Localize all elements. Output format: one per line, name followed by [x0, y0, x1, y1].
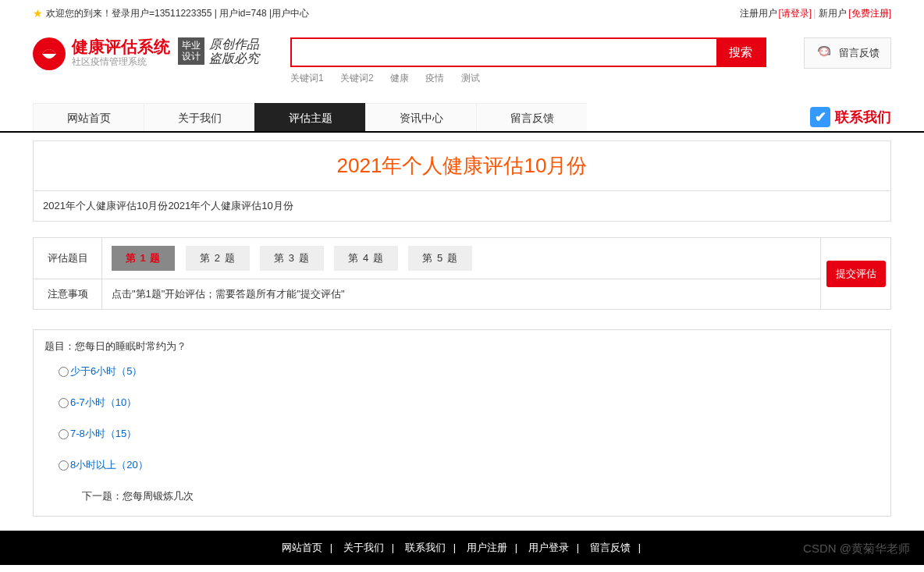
contact-us-link[interactable]: ✔ 联系我们 [810, 107, 891, 127]
search-box: 搜索 [290, 37, 766, 67]
login-link[interactable]: [请登录] [779, 2, 812, 25]
notice-label: 注意事项 [34, 279, 102, 310]
feedback-label: 留言反馈 [839, 46, 880, 60]
footer-link[interactable]: 留言反馈 [590, 542, 631, 553]
submit-cell: 提交评估 [821, 237, 891, 310]
footer-info: Copyright ©2021 基于SprintBoot疫情下社区健康评估系统 … [0, 565, 924, 572]
option-label[interactable]: 少于6小时（5） [70, 364, 142, 378]
qtabs-label: 评估题目 [34, 238, 102, 279]
keyword-link[interactable]: 疫情 [425, 73, 444, 83]
option-3[interactable]: 7-8小时（15） [59, 427, 880, 441]
footer-link[interactable]: 联系我们 [405, 542, 446, 553]
option-label[interactable]: 7-8小时（15） [70, 427, 137, 441]
footer-link[interactable]: 用户注册 [467, 542, 507, 553]
next-question: 下一题：您每周锻炼几次 [82, 489, 880, 503]
logo-block: 健康评估系统 社区疫情管理系统 毕业设计 原创作品盗版必究 [33, 37, 290, 70]
footer-link[interactable]: 关于我们 [343, 542, 384, 553]
option-radio[interactable] [59, 460, 69, 471]
qtab-4[interactable]: 第 4 题 [334, 246, 397, 271]
badge-script: 原创作品盗版必究 [209, 37, 259, 65]
option-radio[interactable] [59, 429, 69, 439]
main-nav: 网站首页 关于我们 评估主题 资讯中心 留言反馈 ✔ 联系我们 [33, 103, 891, 131]
topbar-left: ★ 欢迎您的到来！登录用户=13511223355 | 用户id=748 | 用… [33, 2, 309, 25]
reg-user-label: 注册用户 [740, 2, 777, 25]
question-tabs-table: 评估题目 第 1 题 第 2 题 第 3 题 第 4 题 第 5 题 注意事项 … [33, 237, 821, 310]
check-icon: ✔ [810, 107, 830, 127]
register-link[interactable]: [免费注册] [848, 2, 891, 25]
footer-nav: 网站首页| 关于我们| 联系我们| 用户注册| 用户登录| 留言反馈| [0, 531, 924, 565]
submit-button[interactable]: 提交评估 [826, 261, 886, 287]
svg-point-2 [821, 50, 823, 52]
divider: | [813, 2, 816, 25]
star-icon: ★ [33, 2, 43, 25]
logo-title: 健康评估系统 [72, 37, 170, 55]
logo-icon [33, 37, 66, 70]
qtab-3[interactable]: 第 3 题 [260, 246, 323, 271]
nav-feedback[interactable]: 留言反馈 [476, 103, 587, 131]
contact-label: 联系我们 [835, 108, 891, 126]
nav-news[interactable]: 资讯中心 [365, 103, 476, 131]
option-label[interactable]: 8小时以上（20） [70, 458, 148, 472]
feedback-button[interactable]: 留言反馈 [804, 37, 891, 69]
page-title: 2021年个人健康评估10月份 [34, 152, 890, 179]
option-label[interactable]: 6-7小时（10） [70, 396, 137, 410]
keyword-link[interactable]: 健康 [390, 73, 409, 83]
notice-text: 点击"第1题"开始评估；需要答题所有才能"提交评估" [102, 279, 821, 310]
option-radio[interactable] [59, 367, 69, 377]
qtab-1[interactable]: 第 1 题 [112, 246, 175, 271]
logo-subtitle: 社区疫情管理系统 [72, 55, 170, 69]
keyword-link[interactable]: 测试 [461, 73, 480, 83]
badge-graduation: 毕业设计 [178, 37, 204, 64]
option-1[interactable]: 少于6小时（5） [59, 364, 880, 378]
keywords-row: 关键词1 关键词2 健康 疫情 测试 [290, 72, 766, 85]
nav-assessment[interactable]: 评估主题 [254, 103, 365, 131]
option-4[interactable]: 8小时以上（20） [59, 458, 880, 472]
page-title-box: 2021年个人健康评估10月份 [33, 140, 891, 191]
headset-icon [816, 44, 833, 62]
welcome-text: 欢迎您的到来！登录用户=13511223355 | 用户id=748 | [46, 2, 272, 25]
new-user-label: 新用户 [819, 2, 847, 25]
search-input[interactable] [292, 39, 716, 66]
search-button[interactable]: 搜索 [716, 39, 765, 66]
footer-link[interactable]: 网站首页 [282, 542, 322, 553]
nav-home[interactable]: 网站首页 [33, 103, 144, 131]
topbar-right: 注册用户 [请登录] | 新用户 [免费注册] [738, 2, 891, 25]
qtab-5[interactable]: 第 5 题 [408, 246, 471, 271]
page-description: 2021年个人健康评估10月份2021年个人健康评估10月份 [33, 191, 891, 222]
option-radio[interactable] [59, 398, 69, 408]
svg-point-3 [826, 50, 827, 52]
keyword-link[interactable]: 关键词1 [290, 73, 324, 83]
option-2[interactable]: 6-7小时（10） [59, 396, 880, 410]
footer-link[interactable]: 用户登录 [528, 542, 569, 553]
nav-about[interactable]: 关于我们 [144, 103, 254, 131]
question-box: 题目：您每日的睡眠时常约为？ 少于6小时（5） 6-7小时（10） 7-8小时（… [33, 329, 891, 517]
question-title: 题目：您每日的睡眠时常约为？ [44, 339, 880, 354]
keyword-link[interactable]: 关键词2 [340, 73, 374, 83]
qtab-2[interactable]: 第 2 题 [186, 246, 249, 271]
user-center-link[interactable]: 用户中心 [272, 2, 309, 25]
qtabs-cell: 第 1 题 第 2 题 第 3 题 第 4 题 第 5 题 [102, 238, 821, 279]
